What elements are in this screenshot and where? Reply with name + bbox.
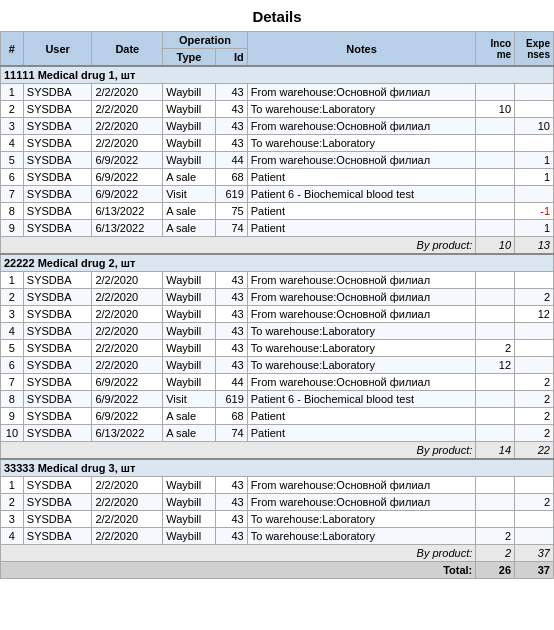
group-header-row: 33333 Medical drug 3, шт <box>1 459 554 477</box>
table-row: 2SYSDBA2/2/2020Waybill43From warehouse:О… <box>1 289 554 306</box>
column-headers-top: # User Date Operation Notes Income Expen… <box>1 32 554 49</box>
table-row: 4SYSDBA2/2/2020Waybill43To warehouse:Lab… <box>1 135 554 152</box>
col-user: User <box>23 32 92 67</box>
table-row: 2SYSDBA2/2/2020Waybill43To warehouse:Lab… <box>1 101 554 118</box>
table-row: 1SYSDBA2/2/2020Waybill43From warehouse:О… <box>1 477 554 494</box>
table-row: 4SYSDBA2/2/2020Waybill43To warehouse:Lab… <box>1 528 554 545</box>
table-row: 3SYSDBA2/2/2020Waybill43From warehouse:О… <box>1 118 554 135</box>
table-row: 8SYSDBA6/9/2022Visit619Patient 6 - Bioch… <box>1 391 554 408</box>
subtotal-row: By product:1013 <box>1 237 554 255</box>
col-income: Income <box>476 32 515 67</box>
table-row: 2SYSDBA2/2/2020Waybill43From warehouse:О… <box>1 494 554 511</box>
subtotal-row: By product:1422 <box>1 442 554 460</box>
table-row: 3SYSDBA2/2/2020Waybill43From warehouse:О… <box>1 306 554 323</box>
table-row: 7SYSDBA6/9/2022Visit619Patient 6 - Bioch… <box>1 186 554 203</box>
page-title: Details <box>0 0 554 31</box>
table-row: 4SYSDBA2/2/2020Waybill43To warehouse:Lab… <box>1 323 554 340</box>
table-row: 7SYSDBA6/9/2022Waybill44From warehouse:О… <box>1 374 554 391</box>
group-header-row: 11111 Medical drug 1, шт <box>1 66 554 84</box>
table-row: 6SYSDBA6/9/2022A sale68Patient1 <box>1 169 554 186</box>
table-row: 1SYSDBA2/2/2020Waybill43From warehouse:О… <box>1 84 554 101</box>
table-row: 5SYSDBA6/9/2022Waybill44From warehouse:О… <box>1 152 554 169</box>
col-expenses: Expenses <box>515 32 554 67</box>
table-row: 1SYSDBA2/2/2020Waybill43From warehouse:О… <box>1 272 554 289</box>
group-header-row: 22222 Medical drug 2, шт <box>1 254 554 272</box>
details-table: # User Date Operation Notes Income Expen… <box>0 31 554 579</box>
col-op-id: Id <box>215 49 247 67</box>
col-op-type: Type <box>163 49 216 67</box>
col-hash: # <box>1 32 24 67</box>
table-row: 9SYSDBA6/9/2022A sale68Patient2 <box>1 408 554 425</box>
table-row: 8SYSDBA6/13/2022A sale75Patient-1 <box>1 203 554 220</box>
table-row: 10SYSDBA6/13/2022A sale74Patient2 <box>1 425 554 442</box>
table-row: 9SYSDBA6/13/2022A sale74Patient1 <box>1 220 554 237</box>
table-row: 3SYSDBA2/2/2020Waybill43To warehouse:Lab… <box>1 511 554 528</box>
table-row: 5SYSDBA2/2/2020Waybill43To warehouse:Lab… <box>1 340 554 357</box>
table-row: 6SYSDBA2/2/2020Waybill43To warehouse:Lab… <box>1 357 554 374</box>
col-notes: Notes <box>247 32 476 67</box>
col-date: Date <box>92 32 163 67</box>
col-operation: Operation <box>163 32 248 49</box>
total-row: Total:2637 <box>1 562 554 579</box>
subtotal-row: By product:237 <box>1 545 554 562</box>
